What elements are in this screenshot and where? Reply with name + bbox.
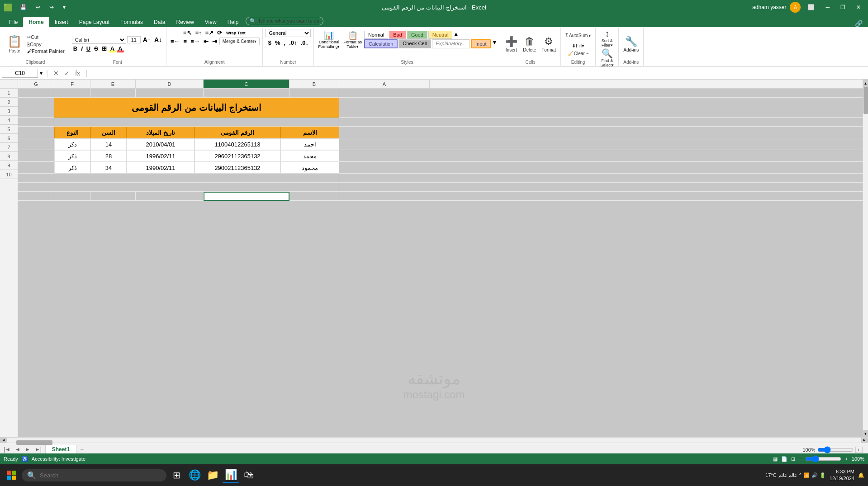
- underline-button[interactable]: U: [85, 45, 92, 52]
- font-name-dropdown[interactable]: Calibri: [72, 36, 126, 44]
- cell-e1[interactable]: [90, 89, 136, 98]
- align-top-center[interactable]: ≡↑: [194, 29, 203, 37]
- insert-button[interactable]: ➕ Insert: [503, 31, 519, 57]
- cell-g8[interactable]: [18, 174, 54, 183]
- tab-data[interactable]: Data: [148, 17, 171, 27]
- currency-button[interactable]: $: [267, 39, 273, 47]
- cell-a2[interactable]: [339, 98, 863, 118]
- style-calculation[interactable]: Calculation: [364, 39, 398, 48]
- cell-name-2[interactable]: محمد: [280, 150, 339, 162]
- header-type[interactable]: النوع: [54, 127, 90, 138]
- font-color-button[interactable]: A: [117, 45, 123, 52]
- cell-g3[interactable]: [18, 118, 54, 127]
- cell-table-row3[interactable]: [54, 118, 339, 127]
- delete-button[interactable]: 🗑 Delete: [521, 31, 538, 57]
- cell-d10[interactable]: [136, 192, 204, 201]
- comma-button[interactable]: ,: [283, 39, 287, 47]
- fill-dropdown[interactable]: ▾: [582, 43, 584, 49]
- cell-a3[interactable]: [339, 118, 863, 127]
- name-box[interactable]: [2, 69, 38, 78]
- align-right[interactable]: ≡→: [189, 38, 201, 45]
- store-icon[interactable]: 🛍: [241, 467, 257, 483]
- tab-page-layout[interactable]: Page Layout: [74, 17, 115, 27]
- indent-decrease[interactable]: ⇤: [202, 38, 210, 45]
- cell-d1[interactable]: [136, 89, 204, 98]
- sort-filter-button[interactable]: ↕ Sort &Filter▾: [599, 29, 615, 47]
- cell-a5[interactable]: [339, 138, 863, 150]
- format-painter-button[interactable]: 🖌 Format Painter: [25, 48, 66, 54]
- tab-file[interactable]: File: [4, 17, 23, 27]
- col-header-a[interactable]: A: [339, 80, 430, 88]
- indent-increase[interactable]: ⇥: [211, 38, 218, 45]
- tell-me-box[interactable]: 🔍 Tell me what you want to do: [246, 17, 323, 25]
- name-box-dropdown[interactable]: ▾: [40, 70, 43, 76]
- cell-f1[interactable]: [54, 89, 90, 98]
- network-icon[interactable]: 📶: [803, 472, 810, 478]
- cell-name-1[interactable]: احمد: [280, 138, 339, 150]
- cell-a6[interactable]: [339, 150, 863, 162]
- cell-b1[interactable]: [289, 89, 339, 98]
- orientation-button[interactable]: ⟳: [216, 29, 223, 37]
- tab-review[interactable]: Review: [171, 17, 199, 27]
- cell-a1[interactable]: [339, 89, 863, 98]
- bold-button[interactable]: B: [72, 45, 79, 52]
- clock[interactable]: 6:33 PM 12/19/2024: [830, 468, 854, 482]
- border-button[interactable]: ⊞: [100, 45, 108, 52]
- cell-e10[interactable]: [90, 192, 136, 201]
- zoom-in-icon[interactable]: +: [845, 456, 848, 462]
- cell-table8[interactable]: [54, 174, 339, 183]
- quick-access-redo[interactable]: ↪: [46, 3, 57, 11]
- sheet-nav-last[interactable]: ►|: [33, 445, 43, 453]
- style-normal[interactable]: Normal: [364, 31, 388, 39]
- scroll-left-button[interactable]: ◄: [0, 438, 7, 443]
- align-center[interactable]: ≡: [182, 38, 189, 45]
- strikethrough-button[interactable]: S: [93, 45, 100, 52]
- quick-access-save[interactable]: 💾: [16, 3, 30, 11]
- zoom-slider[interactable]: [817, 446, 854, 453]
- file-explorer-icon[interactable]: 📁: [204, 467, 221, 483]
- cell-type-3[interactable]: ذكر: [54, 162, 90, 174]
- sheet-nav-next[interactable]: ►: [23, 445, 32, 453]
- merge-center-button[interactable]: Merge & Center ▾: [219, 38, 260, 45]
- cancel-icon[interactable]: ✕: [52, 70, 61, 77]
- format-as-table-button[interactable]: 📋 Format asTable▾: [342, 29, 363, 51]
- align-left[interactable]: ≡←: [169, 38, 181, 45]
- col-header-g[interactable]: G: [18, 80, 54, 88]
- autosum-dropdown[interactable]: ▾: [588, 33, 591, 38]
- styles-scroll-up[interactable]: ▲: [453, 31, 459, 39]
- share-button[interactable]: 🔗: [855, 20, 863, 27]
- view-layout-icon[interactable]: 📄: [781, 456, 787, 462]
- italic-button[interactable]: I: [80, 45, 84, 52]
- percent-button[interactable]: %: [274, 39, 282, 47]
- cell-age-3[interactable]: 34: [90, 162, 127, 174]
- view-normal-icon[interactable]: ▦: [773, 456, 778, 462]
- style-good[interactable]: Good: [407, 31, 427, 39]
- tab-help[interactable]: Help: [222, 17, 244, 27]
- sheet-nav-prev[interactable]: ◄: [13, 445, 22, 453]
- font-size-decrease[interactable]: A↓: [153, 36, 163, 44]
- confirm-icon[interactable]: ✓: [62, 70, 71, 77]
- style-check-cell[interactable]: Check Cell: [398, 39, 431, 48]
- addins-button[interactable]: 🔧 Add-ins: [621, 31, 640, 57]
- cell-g10[interactable]: [18, 192, 54, 201]
- cell-name-3[interactable]: محمود: [280, 162, 339, 174]
- col-header-d[interactable]: D: [136, 80, 204, 88]
- cell-id-1[interactable]: 11004012265113: [194, 138, 280, 150]
- scroll-thumb[interactable]: [863, 87, 868, 114]
- cell-a10[interactable]: [339, 192, 863, 201]
- autosum-button[interactable]: Σ AutoSum ▾: [564, 29, 593, 42]
- cell-age-2[interactable]: 28: [90, 150, 127, 162]
- cell-type-2[interactable]: ذكر: [54, 150, 90, 162]
- start-button[interactable]: [4, 467, 20, 483]
- quick-access-more[interactable]: ▾: [59, 3, 69, 11]
- zoom-in-button[interactable]: +: [855, 447, 863, 453]
- cell-g5[interactable]: [18, 138, 54, 150]
- header-id[interactable]: الرقم القومى: [194, 127, 280, 138]
- cell-id-2[interactable]: 29602112365132: [194, 150, 280, 162]
- cell-table9[interactable]: [54, 183, 339, 192]
- battery-icon[interactable]: 🔋: [820, 472, 826, 478]
- col-header-c[interactable]: C: [204, 80, 289, 88]
- cell-a9[interactable]: [339, 183, 863, 192]
- sheet-tab-sheet1[interactable]: Sheet1: [45, 445, 76, 453]
- formula-input[interactable]: [91, 70, 866, 76]
